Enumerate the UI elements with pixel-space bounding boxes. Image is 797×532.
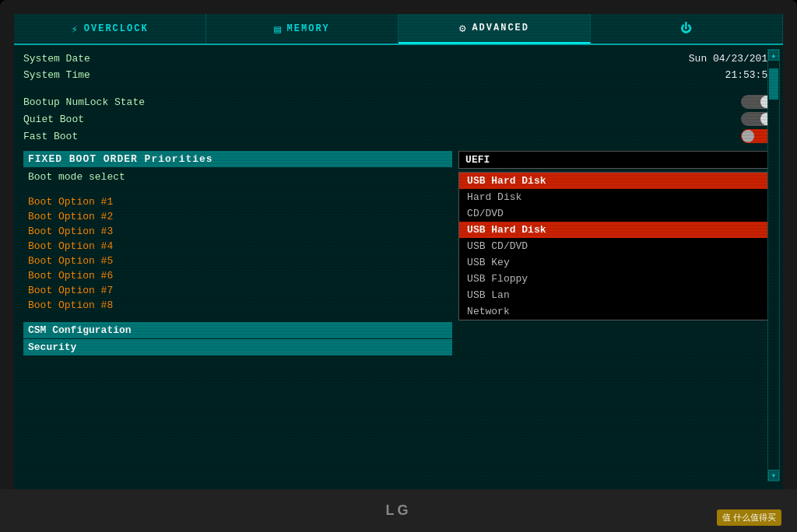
boot-mode-row[interactable]: Boot mode select bbox=[23, 169, 452, 185]
system-time-value: 21:53:52 bbox=[725, 69, 774, 81]
boot-option-1[interactable]: Boot Option #1 bbox=[23, 194, 452, 209]
tab-overclock[interactable]: ⚡ OVERCLOCK bbox=[14, 14, 206, 44]
dropdown-list[interactable]: USB Hard Disk Hard Disk CD/DVD USB Hard … bbox=[458, 172, 774, 320]
top-nav: ⚡ OVERCLOCK ▤ MEMORY ⚙ ADVANCED ⏻ bbox=[14, 14, 783, 45]
scroll-track bbox=[768, 61, 779, 470]
spacer-2 bbox=[23, 185, 452, 194]
scroll-down-button[interactable]: ▼ bbox=[768, 470, 779, 481]
system-date-value: Sun 04/23/2017 bbox=[689, 53, 774, 65]
quiet-boot-row: Quiet Boot bbox=[23, 110, 774, 128]
dropdown-item-usb-lan[interactable]: USB Lan bbox=[459, 287, 773, 303]
numlock-label: Bootup NumLock State bbox=[23, 96, 145, 108]
tab-advanced-label: ADVANCED bbox=[472, 23, 529, 33]
dropdown-item-usb-key[interactable]: USB Key bbox=[459, 254, 773, 271]
bios-content: ⚡ OVERCLOCK ▤ MEMORY ⚙ ADVANCED ⏻ bbox=[14, 14, 783, 489]
boot-mode-label: Boot mode select bbox=[28, 171, 125, 183]
tab-memory[interactable]: ▤ MEMORY bbox=[206, 14, 398, 44]
overclock-icon: ⚡ bbox=[71, 23, 79, 36]
right-panel: UEFI USB Hard Disk Hard Disk CD/DVD USB … bbox=[458, 151, 774, 355]
memory-icon: ▤ bbox=[274, 23, 282, 36]
security-row[interactable]: Security bbox=[23, 339, 452, 355]
dropdown-item-usb-hard-disk[interactable]: USB Hard Disk bbox=[459, 222, 773, 238]
dropdown-item-usb-floppy[interactable]: USB Floppy bbox=[459, 271, 773, 287]
bios-screen: ⚡ OVERCLOCK ▤ MEMORY ⚙ ADVANCED ⏻ bbox=[14, 14, 783, 489]
main-content: System Date Sun 04/23/2017 System Time 2… bbox=[14, 45, 783, 362]
monitor-bottom: LG bbox=[0, 489, 797, 532]
quiet-boot-label: Quiet Boot bbox=[23, 114, 84, 125]
csm-configuration-row[interactable]: CSM Configuration bbox=[23, 322, 452, 338]
fast-boot-row: Fast Boot bbox=[23, 128, 774, 145]
boot-option-2[interactable]: Boot Option #2 bbox=[23, 209, 452, 224]
boot-option-5[interactable]: Boot Option #5 bbox=[23, 254, 452, 268]
boot-section: FIXED BOOT ORDER Priorities Boot mode se… bbox=[23, 151, 774, 355]
monitor-logo: LG bbox=[386, 502, 412, 519]
dropdown-item-network[interactable]: Network bbox=[459, 303, 773, 320]
numlock-row: Bootup NumLock State bbox=[23, 93, 774, 110]
tab-overclock-label: OVERCLOCK bbox=[84, 23, 149, 34]
system-date-label: System Date bbox=[23, 53, 90, 65]
advanced-icon: ⚙ bbox=[459, 22, 467, 35]
boot-option-4[interactable]: Boot Option #4 bbox=[23, 239, 452, 254]
watermark: 值 什么值得买 bbox=[717, 509, 781, 526]
monitor: ⚡ OVERCLOCK ▤ MEMORY ⚙ ADVANCED ⏻ bbox=[0, 0, 797, 532]
system-time-row: System Time 21:53:52 bbox=[23, 68, 774, 82]
tab-memory-label: MEMORY bbox=[287, 23, 330, 34]
boot-option-6[interactable]: Boot Option #6 bbox=[23, 268, 452, 283]
tab-advanced[interactable]: ⚙ ADVANCED bbox=[398, 14, 591, 44]
scroll-thumb bbox=[769, 68, 778, 100]
tab-power[interactable]: ⏻ bbox=[591, 14, 783, 44]
system-time-label: System Time bbox=[23, 69, 90, 81]
dropdown-item-usb-cd-dvd[interactable]: USB CD/DVD bbox=[459, 238, 773, 254]
fixed-boot-order-row[interactable]: FIXED BOOT ORDER Priorities bbox=[23, 151, 452, 167]
spacer-1 bbox=[23, 84, 774, 93]
fast-boot-label: Fast Boot bbox=[23, 131, 78, 142]
boot-option-8[interactable]: Boot Option #8 bbox=[23, 298, 452, 313]
boot-device-dropdown: USB Hard Disk Hard Disk CD/DVD USB Hard … bbox=[458, 172, 774, 320]
dropdown-item-hard-disk[interactable]: Hard Disk bbox=[459, 189, 773, 205]
main-scrollbar[interactable]: ▲ ▼ bbox=[767, 49, 780, 481]
scroll-up-button[interactable]: ▲ bbox=[768, 50, 779, 61]
dropdown-item-usb-hard-disk-header[interactable]: USB Hard Disk bbox=[459, 173, 773, 189]
boot-option-7[interactable]: Boot Option #7 bbox=[23, 283, 452, 298]
dropdown-item-cd-dvd[interactable]: CD/DVD bbox=[459, 205, 773, 222]
left-panel: FIXED BOOT ORDER Priorities Boot mode se… bbox=[23, 151, 458, 355]
spacer-3 bbox=[23, 313, 452, 322]
power-icon: ⏻ bbox=[680, 23, 693, 35]
boot-option-3[interactable]: Boot Option #3 bbox=[23, 224, 452, 239]
system-date-row: System Date Sun 04/23/2017 bbox=[23, 51, 774, 66]
uefi-box: UEFI bbox=[458, 151, 774, 169]
fast-boot-knob bbox=[742, 130, 754, 142]
